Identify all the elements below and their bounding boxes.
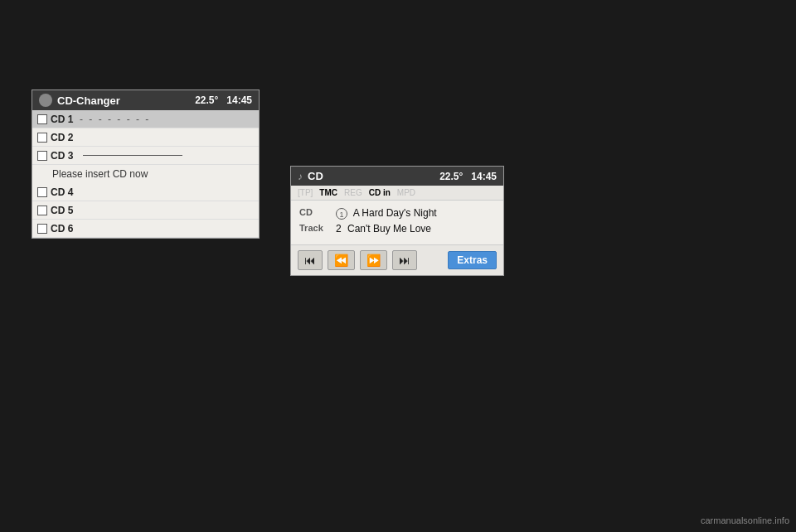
cd-changer-icon <box>39 94 52 107</box>
cd-checkbox-4[interactable] <box>37 187 47 197</box>
rds-reg: REG <box>344 188 362 197</box>
cd-player-temp: 22.5° <box>439 171 463 182</box>
music-note-icon: ♪ <box>298 171 303 182</box>
cd-list: CD 1 - - - - - - - - CD 2 CD 3 Please in… <box>32 110 259 238</box>
cd-row-2[interactable]: CD 2 <box>32 128 259 147</box>
cd-changer-header-left: CD-Changer <box>39 94 120 107</box>
player-track-label: Track <box>299 223 332 233</box>
cd-changer-time: 14:45 <box>226 94 252 106</box>
cd-checkbox-2[interactable] <box>37 133 47 143</box>
cd-row-1[interactable]: CD 1 - - - - - - - - <box>32 110 259 128</box>
rds-bar: [TP] TMC REG CD in MPD <box>291 186 503 201</box>
cd-player-header: ♪ CD 22.5° 14:45 <box>291 167 503 186</box>
next-track-button[interactable]: ⏭ <box>392 250 417 270</box>
cd-label-5: CD 5 <box>51 205 80 216</box>
rds-mpd: MPD <box>397 188 415 197</box>
cd-row-4[interactable]: CD 4 <box>32 183 259 201</box>
watermark: carmanualsonline.info <box>701 515 789 525</box>
cd-label-6: CD 6 <box>51 223 80 235</box>
extras-button[interactable]: Extras <box>448 251 497 269</box>
cd-label-4: CD 4 <box>51 186 80 198</box>
cd-checkbox-1[interactable] <box>37 114 47 124</box>
cd-player-header-right: 22.5° 14:45 <box>439 171 497 182</box>
cd-label-3: CD 3 <box>51 150 80 162</box>
cd-label-1: CD 1 <box>51 114 80 125</box>
rewind-button[interactable]: ⏪ <box>328 250 355 270</box>
fast-forward-button[interactable]: ⏩ <box>360 250 387 270</box>
cd-label-2: CD 2 <box>51 132 80 143</box>
cd-player-panel: ♪ CD 22.5° 14:45 [TP] TMC REG CD in MPD … <box>290 166 504 276</box>
cd-player-header-left: ♪ CD <box>298 170 323 182</box>
cd-checkbox-5[interactable] <box>37 206 47 215</box>
cd-changer-title: CD-Changer <box>57 94 120 107</box>
rds-tp: [TP] <box>298 188 313 197</box>
cd-checkbox-3[interactable] <box>37 151 47 161</box>
cd-changer-panel: CD-Changer 22.5° 14:45 CD 1 - - - - - - … <box>32 89 260 239</box>
cd-player-time: 14:45 <box>471 171 497 182</box>
player-content: CD 1 A Hard Day's Night Track 2 Can't Bu… <box>291 201 503 244</box>
prev-track-button[interactable]: ⏮ <box>298 250 323 270</box>
rds-cdin: CD in <box>369 188 391 197</box>
cd-changer-header-right: 22.5° 14:45 <box>195 94 252 106</box>
cd-changer-temp: 22.5° <box>195 94 218 106</box>
player-track-value: 2 Can't Buy Me Love <box>336 223 431 235</box>
cd-row-5[interactable]: CD 5 <box>32 201 259 220</box>
player-cd-label: CD <box>299 207 332 217</box>
cd-row-3[interactable]: CD 3 <box>32 147 259 165</box>
player-cd-value: 1 A Hard Day's Night <box>336 207 437 220</box>
player-cd-row: CD 1 A Hard Day's Night <box>299 207 495 220</box>
cd-insert-message: Please insert CD now <box>32 165 259 183</box>
cd-number-circle: 1 <box>336 208 347 220</box>
cd-player-title: CD <box>308 170 323 182</box>
cd-divider-line <box>83 155 182 156</box>
rds-tmc: TMC <box>319 188 337 197</box>
player-track-row: Track 2 Can't Buy Me Love <box>299 223 495 235</box>
controls-bar: ⏮ ⏪ ⏩ ⏭ Extras <box>291 244 503 275</box>
cd-changer-header: CD-Changer 22.5° 14:45 <box>32 90 259 110</box>
cd-row-6[interactable]: CD 6 <box>32 220 259 238</box>
cd-dashes-1: - - - - - - - - <box>80 114 150 125</box>
cd-checkbox-6[interactable] <box>37 224 47 234</box>
